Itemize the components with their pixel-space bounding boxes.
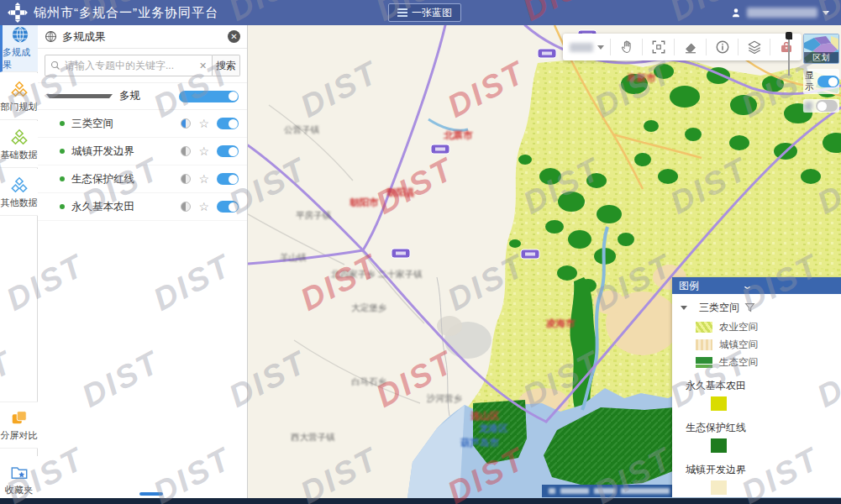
app-header: 锦州市“多规合一”业务协同平台 一张蓝图 — [0, 0, 841, 25]
clear-search-icon[interactable]: ✕ — [199, 60, 207, 71]
layer-panel: 多规成果 ✕ ✕ 搜索 多规 三类空间 ☆ — [38, 25, 248, 498]
annotation-toggle[interactable] — [816, 100, 838, 112]
legend-item-label: 生态空间 — [719, 356, 758, 369]
basemap-dropdown[interactable] — [563, 34, 610, 60]
sidebar: 多规成果 部门规划 基础数据 其他数据 — [0, 25, 38, 498]
legend-section-label: 城镇开发边界 — [686, 463, 833, 477]
list-icon — [397, 7, 407, 18]
legend-group-row[interactable]: 三类空间 — [681, 301, 833, 315]
map-slider[interactable] — [785, 32, 793, 77]
layers-icon — [747, 39, 762, 55]
legend-item-eco: 生态空间 — [696, 356, 833, 369]
user-icon — [730, 7, 742, 18]
full-extent-button[interactable] — [643, 34, 674, 60]
basemap-thumbnail-label: 区划 — [804, 52, 838, 63]
agri-swatch — [696, 322, 712, 333]
tree-item-eco-redline[interactable]: 生态保护红线 ☆ — [38, 165, 247, 193]
sidebar-item-label: 基础数据 — [1, 149, 38, 161]
layers-button[interactable] — [739, 34, 770, 60]
town-swatch — [696, 339, 712, 350]
globe-icon — [11, 25, 29, 44]
display-toggle[interactable] — [817, 76, 839, 87]
app-window: 公营子镇平房子镇羊山镇北四家子乡二十家子镇大定堡乡白马石乡西大营子镇沙河营乡朝阳… — [0, 0, 841, 504]
opacity-icon[interactable] — [181, 174, 191, 184]
panel-drag-handle[interactable] — [139, 492, 163, 496]
favorite-star-icon[interactable]: ☆ — [198, 118, 209, 129]
page-title: 锦州市“多规合一”业务协同平台 — [34, 5, 218, 21]
display-toggle-label: 显示 — [805, 70, 814, 93]
sidebar-item-base-data[interactable]: 基础数据 — [0, 121, 38, 168]
group-visibility-toggle[interactable] — [179, 91, 239, 102]
sidebar-item-label: 其他数据 — [1, 197, 38, 209]
layer-status-dot — [60, 204, 65, 209]
app-logo-icon — [7, 2, 29, 24]
tree-item-label: 三类空间 — [71, 117, 181, 131]
toggle-label-redacted — [805, 102, 812, 110]
clear-button[interactable] — [675, 34, 706, 60]
basemap-switcher: 区划 显示 — [803, 34, 839, 113]
full-extent-icon — [651, 39, 666, 55]
legend-section-label: 永久基本农田 — [686, 379, 833, 393]
collapse-chevron-icon[interactable]: ⌄ — [741, 281, 841, 291]
slider-handle-icon[interactable] — [786, 32, 792, 39]
boundary-swatch — [711, 480, 727, 495]
tree-item-three-spaces[interactable]: 三类空间 ☆ — [38, 110, 247, 138]
search-box: ✕ — [45, 55, 213, 76]
panel-title: 多规成果 — [62, 29, 228, 45]
layer-status-dot — [60, 149, 65, 154]
caret-down-icon — [46, 94, 113, 98]
pan-tool-button[interactable] — [611, 34, 642, 60]
filter-funnel-icon[interactable] — [744, 302, 755, 313]
opacity-icon[interactable] — [181, 202, 191, 212]
sidebar-item-planning-results[interactable]: 多规成果 — [0, 25, 38, 72]
search-button[interactable]: 搜索 — [213, 55, 240, 76]
chevron-down-icon — [597, 45, 604, 50]
legend-item-label: 城镇空间 — [719, 339, 758, 351]
sidebar-item-dept-planning[interactable]: 部门规划 — [0, 73, 38, 120]
map-attribution — [542, 485, 678, 497]
basemap-annotation-row — [803, 99, 839, 113]
opacity-icon[interactable] — [181, 146, 191, 156]
blueprint-button-label: 一张蓝图 — [412, 6, 452, 20]
sidebar-item-label: 收藏夹 — [5, 484, 33, 496]
visibility-toggle[interactable] — [217, 145, 239, 157]
bottom-bar — [0, 498, 841, 504]
info-icon — [715, 39, 730, 55]
legend-group-label: 三类空间 — [699, 301, 739, 315]
cubes-orange-icon — [10, 80, 29, 98]
folder-star-icon — [10, 463, 29, 481]
legend-item-label: 农业空间 — [719, 321, 758, 333]
sidebar-item-other-data[interactable]: 其他数据 — [0, 169, 38, 216]
search-icon — [50, 60, 60, 71]
tree-item-label: 城镇开发边界 — [71, 144, 181, 159]
split-compare-icon — [10, 408, 29, 427]
sidebar-item-favorites[interactable]: 收藏夹 — [0, 456, 38, 503]
sidebar-item-label: 多规成果 — [3, 46, 38, 71]
map-toolbar — [563, 34, 802, 60]
info-button[interactable] — [707, 34, 738, 60]
visibility-toggle[interactable] — [217, 201, 239, 213]
opacity-icon[interactable] — [181, 118, 191, 129]
visibility-toggle[interactable] — [217, 118, 239, 129]
basemap-thumbnail[interactable]: 区划 — [803, 34, 839, 64]
tree-group-row[interactable]: 多规 — [38, 83, 247, 110]
pan-hand-icon — [619, 39, 634, 55]
blueprint-button[interactable]: 一张蓝图 — [388, 3, 461, 22]
chevron-down-icon — [823, 11, 829, 15]
tree-item-farmland[interactable]: 永久基本农田 ☆ — [38, 193, 247, 221]
favorite-star-icon[interactable]: ☆ — [198, 201, 209, 213]
layer-status-dot — [60, 176, 65, 181]
close-icon[interactable]: ✕ — [228, 30, 240, 43]
search-input[interactable] — [65, 60, 195, 71]
visibility-toggle[interactable] — [217, 173, 239, 185]
cubes-blue-icon — [10, 176, 29, 194]
favorite-star-icon[interactable]: ☆ — [198, 145, 209, 157]
basemap-display-row: 显示 — [803, 69, 839, 94]
user-menu[interactable] — [730, 0, 829, 25]
tree-item-urban-boundary[interactable]: 城镇开发边界 ☆ — [38, 138, 247, 165]
sidebar-item-split-compare[interactable]: 分屏对比 — [0, 402, 38, 449]
tree-item-label: 永久基本农田 — [71, 200, 181, 214]
favorite-star-icon[interactable]: ☆ — [198, 173, 209, 185]
cubes-green-icon — [10, 128, 29, 146]
legend-item-agri: 农业空间 — [696, 321, 833, 333]
